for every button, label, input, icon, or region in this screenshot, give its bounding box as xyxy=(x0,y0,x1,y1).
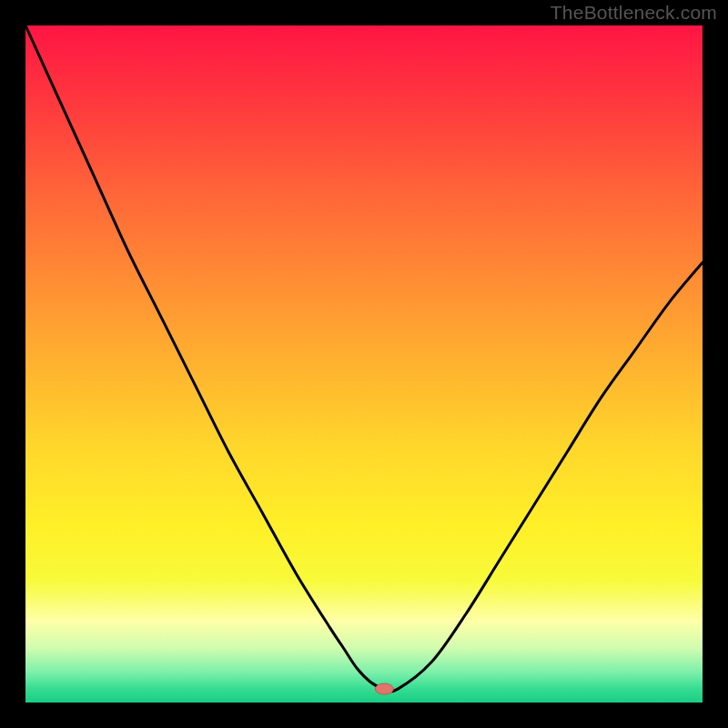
chart-frame: TheBottleneck.com xyxy=(0,0,728,728)
optimal-marker xyxy=(375,683,393,694)
plot-area xyxy=(25,25,703,703)
watermark-text: TheBottleneck.com xyxy=(551,2,717,24)
curve-layer xyxy=(25,25,703,703)
bottleneck-curve xyxy=(25,25,703,692)
